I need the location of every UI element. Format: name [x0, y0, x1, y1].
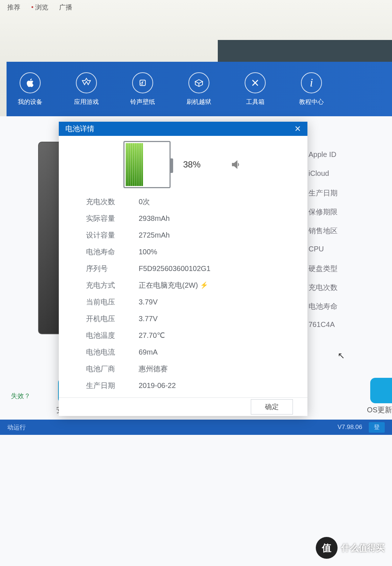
- detail-label: 电池寿命: [86, 247, 139, 257]
- tab-browse[interactable]: • 浏览: [31, 3, 48, 12]
- detail-row: 电池厂商惠州德赛: [86, 360, 286, 377]
- nav-label: 应用游戏: [74, 98, 99, 106]
- battery-percent: 38%: [183, 159, 200, 170]
- nav-label: 我的设备: [18, 98, 42, 106]
- detail-row: 当前电压3.79V: [86, 294, 286, 310]
- detail-row: 设计容量2725mAh: [86, 227, 286, 243]
- detail-value: F5D925603600102G1: [139, 264, 211, 273]
- battery-icon: [123, 141, 171, 188]
- detail-row: 生产日期2019-06-22: [86, 377, 286, 394]
- watermark-badge: 值: [316, 537, 338, 559]
- label-mfg-date: 生产日期: [309, 187, 392, 206]
- modal-footer: 确定: [59, 397, 307, 416]
- battery-details-list: 充电次数0次实际容量2938mAh设计容量2725mAh电池寿命100%序列号F…: [59, 190, 307, 397]
- nav-tools[interactable]: 工具箱: [235, 72, 275, 106]
- nav-apps[interactable]: 应用游戏: [66, 72, 106, 106]
- watermark-text: 什么值得买: [341, 542, 385, 554]
- modal-title: 电池详情: [65, 124, 94, 134]
- battery-details-modal: 电池详情 ✕ 38% 充电次数0次实际容量2938mAh设计容量2725mAh电…: [59, 122, 307, 416]
- nav-my-device[interactable]: 我的设备: [10, 72, 50, 106]
- status-bar: 动运行 V7.98.06 登: [0, 420, 392, 435]
- label-battery-life: 电池寿命: [309, 300, 392, 319]
- apps-icon: [76, 72, 97, 93]
- ok-button[interactable]: 确定: [251, 399, 293, 415]
- detail-value: 正在电脑充电(2W)⚡: [139, 280, 208, 290]
- label-charge-count: 充电次数: [309, 281, 392, 300]
- detail-label: 电池温度: [86, 331, 139, 340]
- detail-value: 69mA: [139, 348, 158, 356]
- detail-row: 实际容量2938mAh: [86, 210, 286, 227]
- detail-row: 电池温度27.70℃: [86, 327, 286, 344]
- main-toolbar: 我的设备 应用游戏 铃声壁纸 刷机越狱 工具箱 i 教程中心: [7, 62, 392, 116]
- detail-row: 电池寿命100%: [86, 243, 286, 260]
- tab-broadcast[interactable]: 广播: [59, 3, 72, 12]
- detail-label: 设计容量: [86, 230, 139, 240]
- app-icon-os[interactable]: [370, 378, 392, 403]
- nav-label: 铃声壁纸: [130, 98, 155, 106]
- label-warranty: 保修期限: [309, 206, 392, 225]
- detail-label: 实际容量: [86, 214, 139, 223]
- detail-value: 100%: [139, 248, 157, 256]
- login-button[interactable]: 登: [369, 422, 385, 433]
- battery-visual: 38%: [59, 136, 307, 190]
- detail-label: 电池电流: [86, 347, 139, 357]
- battery-fill: [126, 143, 143, 186]
- detail-label: 序列号: [86, 264, 139, 274]
- speaker-icon: [230, 158, 243, 171]
- version-label: V7.98.06: [338, 424, 362, 431]
- label-appleid: Apple ID: [309, 149, 392, 168]
- detail-row: 开机电压3.77V: [86, 310, 286, 327]
- detail-row: 电池电流69mA: [86, 344, 286, 360]
- detail-value: 2938mAh: [139, 214, 170, 223]
- nav-label: 工具箱: [246, 98, 265, 106]
- browser-tabs: 推荐 • 浏览 广播: [0, 0, 392, 15]
- nav-label: 教程中心: [299, 98, 324, 106]
- detail-label: 开机电压: [86, 314, 139, 324]
- detail-value: 3.77V: [139, 315, 158, 323]
- bg-question-text: 失效？: [11, 392, 30, 400]
- nav-tutorials[interactable]: i 教程中心: [291, 72, 331, 106]
- detail-value: 惠州德赛: [139, 364, 168, 374]
- status-run: 动运行: [7, 423, 26, 432]
- label-region: 销售地区: [309, 225, 392, 243]
- mouse-cursor: ↖: [338, 351, 345, 361]
- label-disk: 硬盘类型: [309, 262, 392, 281]
- label-cpu: CPU: [309, 243, 392, 262]
- music-icon: [132, 72, 153, 93]
- nav-label: 刷机越狱: [187, 98, 211, 106]
- detail-label: 电池厂商: [86, 364, 139, 374]
- detail-row: 充电方式正在电脑充电(2W)⚡: [86, 277, 286, 294]
- detail-value: 0次: [139, 197, 150, 207]
- nav-ringtones[interactable]: 铃声壁纸: [123, 72, 163, 106]
- watermark: 值 什么值得买: [316, 537, 385, 559]
- bg-os-label: OS更新: [367, 405, 392, 415]
- info-icon: i: [301, 72, 322, 93]
- apple-icon: [20, 72, 41, 93]
- tab-recommend[interactable]: 推荐: [7, 3, 20, 12]
- device-info-labels: Apple ID iCloud 生产日期 保修期限 销售地区 CPU 硬盘类型 …: [309, 149, 392, 338]
- charging-bolt-icon: ⚡: [200, 281, 208, 289]
- label-serial-tail: 761C4A: [309, 319, 392, 338]
- detail-value: 27.70℃: [139, 331, 165, 340]
- modal-header: 电池详情 ✕: [59, 122, 307, 136]
- detail-value: 3.79V: [139, 298, 158, 306]
- box-icon: [188, 72, 209, 93]
- detail-label: 生产日期: [86, 381, 139, 391]
- detail-label: 充电次数: [86, 197, 139, 207]
- detail-label: 充电方式: [86, 280, 139, 290]
- detail-value: 2725mAh: [139, 231, 170, 239]
- label-icloud: iCloud: [309, 168, 392, 187]
- nav-flash[interactable]: 刷机越狱: [179, 72, 219, 106]
- detail-row: 序列号F5D925603600102G1: [86, 260, 286, 277]
- detail-row: 充电次数0次: [86, 193, 286, 210]
- detail-value: 2019-06-22: [139, 381, 176, 390]
- tools-icon: [245, 72, 266, 93]
- detail-label: 当前电压: [86, 297, 139, 307]
- close-icon[interactable]: ✕: [294, 124, 301, 134]
- background-device-edge: [218, 40, 392, 62]
